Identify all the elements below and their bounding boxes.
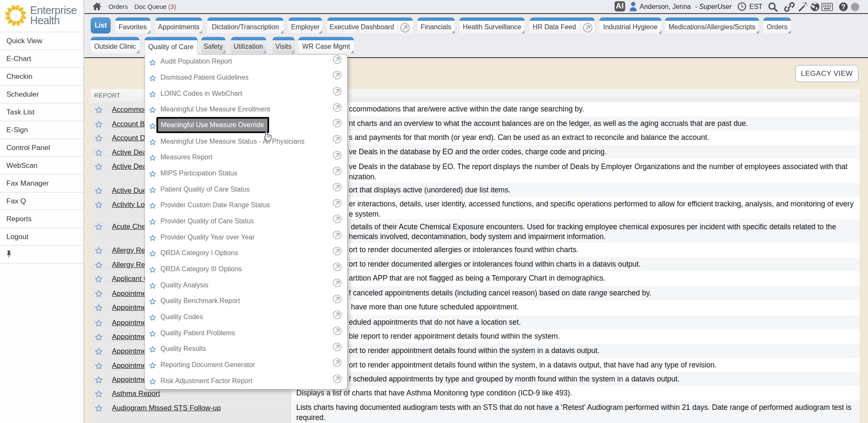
svg-text:?: ? — [841, 3, 846, 11]
